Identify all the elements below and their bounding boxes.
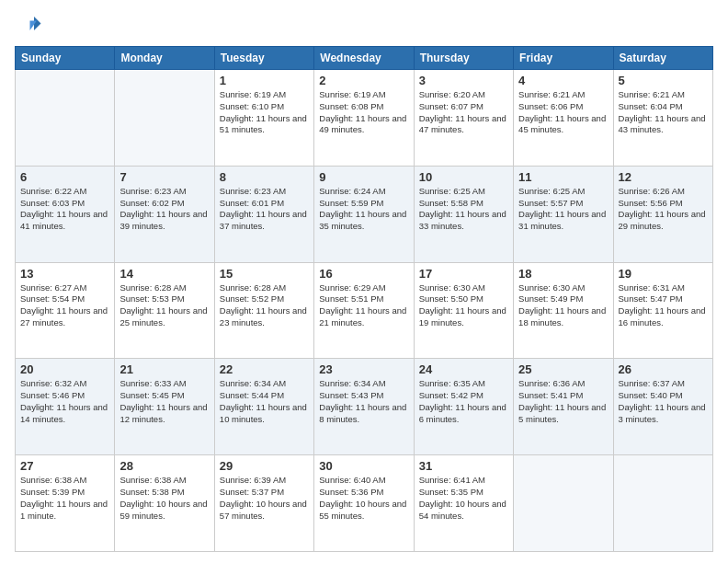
day-number: 1 [220,74,309,87]
day-number: 26 [619,362,708,376]
week-row-4: 20Sunrise: 6:32 AM Sunset: 5:46 PM Dayli… [16,359,713,455]
day-info: Sunrise: 6:33 AM Sunset: 5:45 PM Dayligh… [119,378,209,425]
day-info: Sunrise: 6:36 AM Sunset: 5:41 PM Dayligh… [518,378,608,425]
weekday-wednesday: Wednesday [314,47,414,70]
day-number: 20 [20,362,109,376]
day-info: Sunrise: 6:19 AM Sunset: 6:08 PM Dayligh… [319,89,408,136]
day-info: Sunrise: 6:27 AM Sunset: 5:54 PM Dayligh… [20,282,109,329]
day-info: Sunrise: 6:30 AM Sunset: 5:49 PM Dayligh… [518,282,608,329]
week-row-5: 27Sunrise: 6:38 AM Sunset: 5:39 PM Dayli… [16,455,713,552]
day-number: 11 [518,170,608,184]
weekday-monday: Monday [115,47,214,70]
day-info: Sunrise: 6:32 AM Sunset: 5:46 PM Dayligh… [20,378,109,425]
calendar-cell: 24Sunrise: 6:35 AM Sunset: 5:42 PM Dayli… [414,359,513,455]
day-number: 24 [419,362,508,376]
day-number: 5 [619,74,708,87]
calendar-cell: 30Sunrise: 6:40 AM Sunset: 5:36 PM Dayli… [314,455,414,552]
day-info: Sunrise: 6:23 AM Sunset: 6:02 PM Dayligh… [119,186,209,233]
day-info: Sunrise: 6:20 AM Sunset: 6:07 PM Dayligh… [419,89,508,136]
day-number: 23 [319,362,408,376]
day-number: 30 [319,459,408,473]
calendar-table: SundayMondayTuesdayWednesdayThursdayFrid… [15,46,713,552]
day-info: Sunrise: 6:34 AM Sunset: 5:44 PM Dayligh… [220,378,309,425]
day-info: Sunrise: 6:25 AM Sunset: 5:58 PM Dayligh… [419,186,508,233]
day-number: 10 [419,170,508,184]
calendar-cell [613,455,712,552]
calendar-cell: 14Sunrise: 6:28 AM Sunset: 5:53 PM Dayli… [115,262,214,359]
calendar-cell [115,70,214,167]
day-number: 14 [119,267,209,281]
day-number: 25 [518,362,608,376]
day-info: Sunrise: 6:38 AM Sunset: 5:39 PM Dayligh… [20,475,109,522]
day-number: 29 [220,459,309,473]
calendar-cell: 23Sunrise: 6:34 AM Sunset: 5:43 PM Dayli… [314,359,414,455]
calendar-cell: 26Sunrise: 6:37 AM Sunset: 5:40 PM Dayli… [613,359,712,455]
calendar-cell: 11Sunrise: 6:25 AM Sunset: 5:57 PM Dayli… [514,166,613,262]
day-info: Sunrise: 6:31 AM Sunset: 5:47 PM Dayligh… [619,282,708,329]
weekday-sunday: Sunday [16,47,115,70]
week-row-1: 1Sunrise: 6:19 AM Sunset: 6:10 PM Daylig… [16,70,713,167]
day-info: Sunrise: 6:28 AM Sunset: 5:53 PM Dayligh… [119,282,209,329]
svg-marker-0 [34,17,41,30]
day-number: 8 [220,170,309,184]
weekday-thursday: Thursday [414,47,513,70]
day-info: Sunrise: 6:40 AM Sunset: 5:36 PM Dayligh… [319,475,408,522]
day-number: 2 [319,74,408,87]
calendar-cell: 17Sunrise: 6:30 AM Sunset: 5:50 PM Dayli… [414,262,513,359]
calendar-header: SundayMondayTuesdayWednesdayThursdayFrid… [16,47,713,70]
calendar-cell: 15Sunrise: 6:28 AM Sunset: 5:52 PM Dayli… [214,262,313,359]
day-number: 3 [419,74,508,87]
day-info: Sunrise: 6:35 AM Sunset: 5:42 PM Dayligh… [419,378,508,425]
calendar-cell: 5Sunrise: 6:21 AM Sunset: 6:04 PM Daylig… [613,70,712,167]
day-info: Sunrise: 6:37 AM Sunset: 5:40 PM Dayligh… [619,378,708,425]
calendar-cell: 1Sunrise: 6:19 AM Sunset: 6:10 PM Daylig… [214,70,313,167]
day-number: 9 [319,170,408,184]
calendar-cell: 21Sunrise: 6:33 AM Sunset: 5:45 PM Dayli… [115,359,214,455]
day-info: Sunrise: 6:26 AM Sunset: 5:56 PM Dayligh… [619,186,708,233]
day-info: Sunrise: 6:30 AM Sunset: 5:50 PM Dayligh… [419,282,508,329]
header [15,11,713,39]
day-info: Sunrise: 6:23 AM Sunset: 6:01 PM Dayligh… [220,186,309,233]
day-number: 12 [619,170,708,184]
day-number: 27 [20,459,109,473]
week-row-3: 13Sunrise: 6:27 AM Sunset: 5:54 PM Dayli… [16,262,713,359]
day-number: 31 [419,459,508,473]
calendar-cell: 4Sunrise: 6:21 AM Sunset: 6:06 PM Daylig… [514,70,613,167]
calendar-cell: 7Sunrise: 6:23 AM Sunset: 6:02 PM Daylig… [115,166,214,262]
day-info: Sunrise: 6:29 AM Sunset: 5:51 PM Dayligh… [319,282,408,329]
day-info: Sunrise: 6:24 AM Sunset: 5:59 PM Dayligh… [319,186,408,233]
day-number: 16 [319,267,408,281]
weekday-header-row: SundayMondayTuesdayWednesdayThursdayFrid… [16,47,713,70]
day-number: 21 [119,362,209,376]
day-number: 4 [518,74,608,87]
day-number: 22 [220,362,309,376]
calendar-cell: 9Sunrise: 6:24 AM Sunset: 5:59 PM Daylig… [314,166,414,262]
calendar-cell: 16Sunrise: 6:29 AM Sunset: 5:51 PM Dayli… [314,262,414,359]
calendar-cell [16,70,115,167]
day-number: 28 [119,459,209,473]
calendar-cell: 20Sunrise: 6:32 AM Sunset: 5:46 PM Dayli… [16,359,115,455]
day-info: Sunrise: 6:25 AM Sunset: 5:57 PM Dayligh… [518,186,608,233]
calendar-cell: 31Sunrise: 6:41 AM Sunset: 5:35 PM Dayli… [414,455,513,552]
day-info: Sunrise: 6:22 AM Sunset: 6:03 PM Dayligh… [20,186,109,233]
logo [15,11,46,39]
day-number: 19 [619,267,708,281]
day-info: Sunrise: 6:39 AM Sunset: 5:37 PM Dayligh… [220,475,309,522]
calendar-cell [514,455,613,552]
calendar-cell: 3Sunrise: 6:20 AM Sunset: 6:07 PM Daylig… [414,70,513,167]
day-number: 17 [419,267,508,281]
calendar-cell: 10Sunrise: 6:25 AM Sunset: 5:58 PM Dayli… [414,166,513,262]
logo-icon [15,11,42,39]
day-info: Sunrise: 6:41 AM Sunset: 5:35 PM Dayligh… [419,475,508,522]
day-info: Sunrise: 6:21 AM Sunset: 6:04 PM Dayligh… [619,89,708,136]
day-number: 15 [220,267,309,281]
calendar-cell: 28Sunrise: 6:38 AM Sunset: 5:38 PM Dayli… [115,455,214,552]
calendar-cell: 6Sunrise: 6:22 AM Sunset: 6:03 PM Daylig… [16,166,115,262]
day-info: Sunrise: 6:38 AM Sunset: 5:38 PM Dayligh… [119,475,209,522]
day-info: Sunrise: 6:34 AM Sunset: 5:43 PM Dayligh… [319,378,408,425]
weekday-tuesday: Tuesday [214,47,313,70]
calendar-cell: 13Sunrise: 6:27 AM Sunset: 5:54 PM Dayli… [16,262,115,359]
day-number: 18 [518,267,608,281]
week-row-2: 6Sunrise: 6:22 AM Sunset: 6:03 PM Daylig… [16,166,713,262]
calendar-cell: 25Sunrise: 6:36 AM Sunset: 5:41 PM Dayli… [514,359,613,455]
